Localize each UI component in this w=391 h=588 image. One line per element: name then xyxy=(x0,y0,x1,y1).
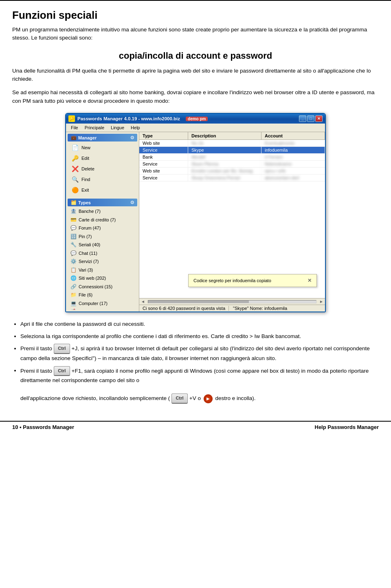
types-collapse-icon[interactable]: ⊙ xyxy=(130,200,134,205)
table-row[interactable]: Bank Abcdef il Ferraro xyxy=(139,154,325,161)
window-controls[interactable]: _ □ ✕ xyxy=(299,115,323,122)
type-seriali-label: Seriali (40) xyxy=(79,241,100,248)
types-icon: 🗂️ xyxy=(71,200,77,205)
page-footer: 10 • Passwords Manager Help Passwords Ma… xyxy=(0,421,391,433)
row2-desc: Skype xyxy=(188,147,261,153)
type-servizi[interactable]: ⚙️ Servizi (7) xyxy=(68,257,137,266)
action-new[interactable]: 📄 New xyxy=(68,142,137,153)
find-icon: 🔍 xyxy=(71,175,79,183)
row6-desc: Stuop Oneomera Perrari xyxy=(188,175,261,181)
table-row[interactable]: Service Stuon Plenna Nebmokramo xyxy=(139,161,325,168)
type-chat[interactable]: 💬 Chat (11) xyxy=(68,249,137,258)
scroll-left-btn[interactable]: ◄ xyxy=(139,299,147,304)
footer-page-number: 10 • Passwords Manager xyxy=(12,424,74,430)
type-connessioni[interactable]: 🔗 Connessioni (15) xyxy=(68,283,137,291)
ctrl-key-2: Ctrl xyxy=(54,366,70,376)
type-computer[interactable]: 💻 Computer (17) xyxy=(68,299,137,308)
action-delete[interactable]: ❌ Delete xyxy=(68,164,137,174)
row4-desc: Stuon Plenna xyxy=(188,161,261,167)
action-find[interactable]: 🔍 Find xyxy=(68,174,137,185)
type-file-label: File (6) xyxy=(79,292,92,298)
vari-icon: 📋 xyxy=(70,267,77,273)
table-row-selected[interactable]: Service Skype infoduemila xyxy=(139,147,325,154)
manager-collapse-icon[interactable]: ⊙ xyxy=(130,135,134,140)
status-left: Ci sono 6 di 420 password in questa vist… xyxy=(143,306,229,311)
bullet4-end: dell'applicazione dove richiesto, incoll… xyxy=(20,395,170,401)
type-seriali[interactable]: 🔧 Seriali (40) xyxy=(68,241,137,249)
table-header: Type Description Account xyxy=(139,132,325,140)
scroll-right-btn[interactable]: ► xyxy=(318,299,325,304)
horizontal-scrollbar[interactable]: ◄ ► xyxy=(139,298,325,305)
col-type: Type xyxy=(139,132,188,139)
type-sitiweb-label: Siti web (202) xyxy=(79,275,106,282)
window-user: demo pm xyxy=(186,117,208,121)
table-row[interactable]: Web site Enndre Leodun per Bo. Iboneg op… xyxy=(139,168,325,175)
servizi-icon: ⚙️ xyxy=(70,258,77,265)
footer-title: Help Passwords Manager xyxy=(315,424,379,430)
table-row[interactable]: Web site No.1b Eventualmonto xyxy=(139,140,325,147)
type-forum[interactable]: 💬 Forum (47) xyxy=(68,224,137,232)
scrollbar-thumb[interactable] xyxy=(148,301,249,303)
col-description: Description xyxy=(188,132,261,139)
type-file[interactable]: 📁 File (6) xyxy=(68,291,137,299)
type-pin-label: Pin (7) xyxy=(79,233,92,240)
edit-icon: 🔑 xyxy=(71,154,79,162)
type-carte-label: Carte di credito (7) xyxy=(79,217,116,223)
table-row[interactable]: Service Stuop Oneomera Perrari aborunorl… xyxy=(139,175,325,181)
type-banche[interactable]: 🏦 Banche (7) xyxy=(68,207,137,216)
type-servizi-label: Servizi (7) xyxy=(79,258,99,265)
right-click-icon: ▶ xyxy=(204,394,213,403)
menu-principale[interactable]: Principale xyxy=(81,124,108,131)
type-caselle[interactable]: 📬 Caselle (50) xyxy=(68,307,137,310)
bullet-1: Apri il file che contiene la password di… xyxy=(20,320,379,329)
titlebar-left: 🔑 Passwords Manager 4.0.19 - www.info200… xyxy=(68,115,208,122)
type-computer-label: Computer (17) xyxy=(79,300,108,307)
minimize-button[interactable]: _ xyxy=(299,115,306,122)
row5-desc: Enndre Leodun per Bo. Iboneg xyxy=(188,168,261,174)
row3-type: Bank xyxy=(139,154,188,160)
type-banche-label: Banche (7) xyxy=(79,208,101,215)
type-pin[interactable]: 🔢 Pin (7) xyxy=(68,232,137,241)
section-heading: copia/incolla di account e password xyxy=(12,51,379,61)
popup-text: Codice segreto per infoduemila copiato xyxy=(193,278,271,283)
caselle-icon: 📬 xyxy=(70,308,77,310)
type-vari-label: Vari (3) xyxy=(79,267,93,274)
popup-notification: Codice segreto per infoduemila copiato ✕ xyxy=(188,274,317,287)
row5-type: Web site xyxy=(139,168,188,174)
computer-icon: 💻 xyxy=(70,300,77,307)
row6-type: Service xyxy=(139,175,188,181)
bullet4-postv: +V o xyxy=(189,395,201,401)
status-right: "Skype" Nome: infoduemila xyxy=(233,306,287,311)
action-exit-label: Exit xyxy=(81,188,89,192)
type-caselle-label: Caselle (50) xyxy=(79,308,103,310)
action-exit[interactable]: 🟠 Exit xyxy=(68,185,137,195)
window-body: 💼 Manager ⊙ 📄 New 🔑 Edit xyxy=(66,132,325,312)
close-button[interactable]: ✕ xyxy=(315,115,323,122)
type-carte[interactable]: 💳 Carte di credito (7) xyxy=(68,216,137,224)
type-sitiweb[interactable]: 🌐 Siti web (202) xyxy=(68,274,137,283)
type-vari[interactable]: 📋 Vari (3) xyxy=(68,266,137,274)
menu-lingue[interactable]: Lingue xyxy=(108,124,127,131)
row3-desc: Abcdef xyxy=(188,154,261,160)
manager-actions: 📄 New 🔑 Edit ❌ Delete 🔍 xyxy=(68,142,137,195)
instructions-list: Apri il file che contiene la password di… xyxy=(20,320,379,404)
row3-account: il Ferraro xyxy=(261,154,325,160)
manager-icon: 💼 xyxy=(71,135,77,140)
delete-icon: ❌ xyxy=(71,165,79,173)
window-title: Passwords Manager 4.0.19 - www.info2000.… xyxy=(77,116,180,121)
maximize-button[interactable]: □ xyxy=(307,115,314,122)
action-find-label: Find xyxy=(81,177,90,182)
bullet-3: Premi il tasto Ctrl +J, si aprirà il tuo… xyxy=(20,344,379,363)
new-icon: 📄 xyxy=(71,144,79,152)
row1-account: Eventualmonto xyxy=(261,140,325,146)
manager-label: Manager xyxy=(78,135,97,140)
sitiweb-icon: 🌐 xyxy=(70,275,77,281)
banche-icon: 🏦 xyxy=(70,208,77,214)
bullet-2: Seleziona la riga corrispondente al prof… xyxy=(20,332,379,341)
menu-file[interactable]: File xyxy=(68,124,81,131)
intro-paragraph: PM un programma tendenzialmente intuitiv… xyxy=(12,26,379,42)
action-edit[interactable]: 🔑 Edit xyxy=(68,153,137,164)
menu-help[interactable]: Help xyxy=(127,124,143,131)
popup-close-button[interactable]: ✕ xyxy=(308,278,312,283)
bullet4-paste: destro e incolla). xyxy=(215,395,256,401)
